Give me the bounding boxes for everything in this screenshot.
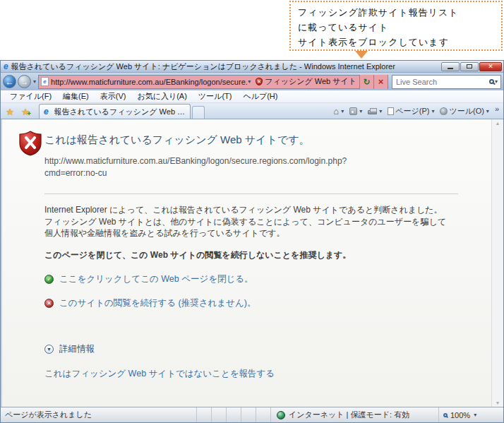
window-controls: ✕ [441,62,502,71]
close-page-link[interactable]: ここをクリックしてこの Web ページを閉じる。 [59,273,253,285]
favorites-center-button[interactable]: ★ [2,105,18,119]
maximize-button[interactable] [460,62,479,71]
tab-active[interactable]: e 報告されているフィッシング Web サイト: ナ... [39,104,191,119]
stop-button[interactable]: × [373,75,388,89]
status-cell [211,407,226,422]
status-cell [196,407,211,422]
close-icon: ✕ [488,63,493,70]
print-dropdown[interactable] [378,108,383,114]
tab-title: 報告されているフィッシング Web サイト: ナ... [54,107,186,117]
feeds-button[interactable] [348,106,364,117]
explanation-line: Internet Explorer によって、これは報告されているフィッシング … [44,204,447,216]
search-icon[interactable] [489,79,494,84]
more-information-label: 詳細情報 [59,343,95,355]
scroll-down-icon[interactable]: ▼ [496,400,500,405]
feeds-dropdown[interactable] [359,108,363,114]
address-dropdown[interactable] [247,78,251,85]
window-title: 報告されているフィッシング Web サイト: ナビゲーションはブロックされました… [11,61,441,72]
tools-menu-label: ツール(O) [449,106,484,117]
home-button[interactable]: ⌂ [332,105,346,118]
toolbar-overflow-button[interactable]: » [493,105,500,117]
minimize-button[interactable] [441,62,460,71]
warning-page: これは報告されているフィッシング Web サイトです。 http://www.m… [2,119,503,380]
home-icon: ⌂ [333,106,339,117]
screenshot-stage: フィッシング詐欺サイト報告リスト に載っているサイト サイト表示をブロックしてい… [0,0,504,423]
close-page-option: ✓ ここをクリックしてこの Web ページを閉じる。 [44,273,447,285]
explanation-line: フィッシング Web サイトとは、他のサイトに偽装することによって、コンピュータ… [44,216,447,228]
zoom-magnifier-icon [443,413,448,417]
add-favorite-button[interactable]: ★ [18,105,33,119]
phishing-warning-shield-icon [19,131,42,156]
zoom-dropdown[interactable] [473,412,477,418]
explanation-paragraph: Internet Explorer によって、これは報告されているフィッシング … [44,204,447,239]
ie-logo-icon: e [4,61,8,71]
page-icon [388,107,394,115]
address-bar: e http://www.maticfurniture.com.au/EBank… [38,75,388,89]
menu-tools[interactable]: ツール(T) [193,90,237,102]
status-message: ページが表示されました [1,410,196,420]
forward-button[interactable]: → [18,75,31,88]
scroll-up-icon[interactable]: ▲ [496,121,500,126]
title-bar: e 報告されているフィッシング Web サイト: ナビゲーションはブロックされま… [1,61,503,73]
rss-feed-icon [349,107,357,115]
menu-edit[interactable]: 編集(E) [58,90,94,102]
refresh-icon: ↻ [363,77,370,87]
tools-menu-button[interactable]: ツール(O) [438,105,491,118]
blocked-url: http://www.maticfurniture.com.au/EBankin… [44,155,447,179]
explanation-line: 個人情報や金融情報を盗みとる試みを行っているサイトです。 [44,227,447,239]
security-zone-panel: インターネット | 保護モード: 有効 [270,407,438,422]
callout-line: サイト表示をブロックしています [298,35,496,49]
zoom-control[interactable]: 100% [438,407,503,422]
new-tab-button[interactable] [192,106,205,119]
menu-favorites[interactable]: お気に入り(A) [132,90,191,102]
status-cell [241,407,256,422]
add-favorite-icon: ★ [21,107,30,117]
minimize-icon [448,68,453,69]
report-not-phishing-link[interactable]: これはフィッシング Web サイトではないことを報告する [44,368,447,380]
page-viewport: これは報告されているフィッシング Web サイトです。 http://www.m… [1,119,503,407]
search-box [392,75,501,89]
stop-icon: × [378,76,384,87]
maximize-icon [467,64,472,68]
blocked-url-line1: http://www.maticfurniture.com.au/EBankin… [44,155,447,167]
phishing-filter-badge[interactable]: ✕ フィッシング Web サイト [253,76,359,87]
page-menu-label: ページ(P) [395,106,429,117]
menu-view[interactable]: 表示(V) [95,90,131,102]
phishing-shield-icon: ✕ [256,78,263,85]
home-dropdown[interactable] [340,108,344,114]
favorites-star-icon: ★ [6,107,14,117]
close-button[interactable]: ✕ [479,62,502,71]
address-field[interactable]: e http://www.maticfurniture.com.au/EBank… [39,76,253,88]
history-dropdown[interactable] [32,78,37,85]
not-recommended-x-icon: ✕ [44,299,54,308]
callout-line: に載っているサイト [298,20,496,35]
search-input[interactable] [396,78,489,86]
vertical-scrollbar[interactable]: ▲ ▼ [491,119,503,407]
print-button[interactable] [366,107,384,116]
page-menu-dropdown [431,108,435,114]
status-bar: ページが表示されました インターネット | 保護モード: 有効 100% [1,407,503,422]
zoom-level: 100% [450,411,470,419]
internet-globe-icon [277,411,285,419]
tools-menu-dropdown [486,108,490,114]
blocked-url-line2: cmd=error:no-cu [44,167,447,179]
tab-bar: ★ ★ e 報告されているフィッシング Web サイト: ナ... ⌂ ページ(… [1,103,503,119]
recommendation-text: このページを閉じて、この Web サイトの閲覧を続行しないことを推奨します。 [44,249,447,261]
continue-site-link[interactable]: このサイトの閲覧を続行する (推奨されません)。 [59,297,256,309]
expander-chevron-down-icon: ▼ [44,345,54,354]
divider [44,193,458,194]
status-cell [256,407,270,422]
printer-icon [368,110,377,114]
menu-file[interactable]: ファイル(F) [5,90,56,102]
page-menu-button[interactable]: ページ(P) [386,105,436,118]
back-button[interactable]: ← [3,75,16,88]
menu-bar: ファイル(F) 編集(E) 表示(V) お気に入り(A) ツール(T) ヘルプ(… [1,90,503,103]
menu-help[interactable]: ヘルプ(H) [238,90,282,102]
more-information-expander[interactable]: ▼ 詳細情報 [44,343,447,355]
tab-favicon-icon: e [44,107,49,117]
forward-icon: → [20,77,29,87]
address-url: http://www.maticfurniture.com.au/EBankin… [51,78,247,86]
refresh-button[interactable]: ↻ [359,75,373,89]
gear-icon [440,107,448,115]
callout-arrow-icon [355,51,368,59]
